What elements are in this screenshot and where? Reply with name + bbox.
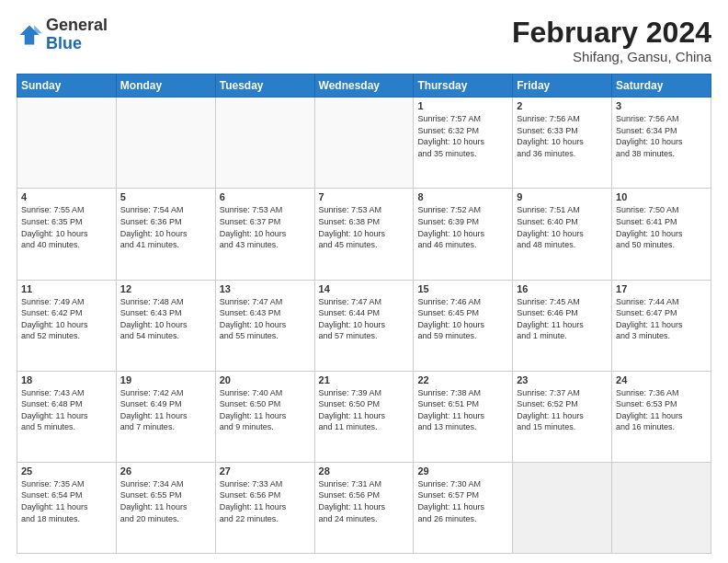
calendar-cell (215, 98, 314, 189)
day-number: 10 (616, 191, 707, 202)
calendar-cell: 15Sunrise: 7:46 AM Sunset: 6:45 PM Dayli… (414, 280, 513, 371)
weekday-header-monday: Monday (116, 75, 215, 98)
day-info: Sunrise: 7:57 AM Sunset: 6:32 PM Dayligh… (417, 113, 508, 159)
day-info: Sunrise: 7:49 AM Sunset: 6:42 PM Dayligh… (21, 296, 112, 342)
calendar-cell: 14Sunrise: 7:47 AM Sunset: 6:44 PM Dayli… (314, 280, 414, 371)
calendar-cell: 25Sunrise: 7:35 AM Sunset: 6:54 PM Dayli… (17, 462, 117, 553)
week-row-1: 1Sunrise: 7:57 AM Sunset: 6:32 PM Daylig… (17, 98, 711, 189)
day-number: 20 (220, 374, 311, 385)
calendar-cell: 20Sunrise: 7:40 AM Sunset: 6:50 PM Dayli… (215, 371, 314, 462)
day-info: Sunrise: 7:33 AM Sunset: 6:56 PM Dayligh… (220, 478, 311, 524)
day-number: 21 (319, 374, 410, 385)
day-number: 4 (21, 191, 112, 202)
day-info: Sunrise: 7:55 AM Sunset: 6:35 PM Dayligh… (21, 204, 112, 250)
calendar-cell: 5Sunrise: 7:54 AM Sunset: 6:36 PM Daylig… (116, 189, 215, 280)
calendar-cell: 3Sunrise: 7:56 AM Sunset: 6:34 PM Daylig… (612, 98, 711, 189)
week-row-5: 25Sunrise: 7:35 AM Sunset: 6:54 PM Dayli… (17, 462, 711, 553)
day-info: Sunrise: 7:51 AM Sunset: 6:40 PM Dayligh… (517, 204, 608, 250)
calendar-table: SundayMondayTuesdayWednesdayThursdayFrid… (17, 74, 711, 554)
day-info: Sunrise: 7:34 AM Sunset: 6:55 PM Dayligh… (120, 478, 211, 524)
calendar-cell: 12Sunrise: 7:48 AM Sunset: 6:43 PM Dayli… (116, 280, 215, 371)
weekday-header-row: SundayMondayTuesdayWednesdayThursdayFrid… (17, 75, 711, 98)
title-block: February 2024 Shifang, Gansu, China (512, 17, 711, 64)
day-info: Sunrise: 7:43 AM Sunset: 6:48 PM Dayligh… (21, 387, 112, 433)
day-info: Sunrise: 7:53 AM Sunset: 6:37 PM Dayligh… (220, 204, 311, 250)
day-number: 6 (220, 191, 311, 202)
calendar-cell: 9Sunrise: 7:51 AM Sunset: 6:40 PM Daylig… (513, 189, 612, 280)
day-number: 23 (517, 374, 608, 385)
day-info: Sunrise: 7:50 AM Sunset: 6:41 PM Dayligh… (616, 204, 707, 250)
day-number: 17 (616, 283, 707, 294)
day-number: 11 (21, 283, 112, 294)
day-number: 29 (417, 465, 508, 477)
day-number: 2 (517, 100, 608, 111)
calendar-cell: 23Sunrise: 7:37 AM Sunset: 6:52 PM Dayli… (513, 371, 612, 462)
day-info: Sunrise: 7:39 AM Sunset: 6:50 PM Dayligh… (319, 387, 410, 433)
day-number: 27 (220, 465, 311, 477)
day-info: Sunrise: 7:46 AM Sunset: 6:45 PM Dayligh… (417, 296, 508, 342)
week-row-4: 18Sunrise: 7:43 AM Sunset: 6:48 PM Dayli… (17, 371, 711, 462)
day-info: Sunrise: 7:36 AM Sunset: 6:53 PM Dayligh… (616, 387, 707, 433)
day-info: Sunrise: 7:56 AM Sunset: 6:33 PM Dayligh… (517, 113, 608, 159)
day-info: Sunrise: 7:47 AM Sunset: 6:44 PM Dayligh… (319, 296, 410, 342)
calendar-cell: 24Sunrise: 7:36 AM Sunset: 6:53 PM Dayli… (612, 371, 711, 462)
day-info: Sunrise: 7:44 AM Sunset: 6:47 PM Dayligh… (616, 296, 707, 342)
header: General Blue February 2024 Shifang, Gans… (17, 17, 711, 64)
weekday-header-friday: Friday (513, 75, 612, 98)
day-info: Sunrise: 7:52 AM Sunset: 6:39 PM Dayligh… (417, 204, 508, 250)
day-number: 13 (220, 283, 311, 294)
weekday-header-sunday: Sunday (17, 75, 117, 98)
weekday-header-tuesday: Tuesday (215, 75, 314, 98)
day-number: 19 (120, 374, 211, 385)
day-info: Sunrise: 7:42 AM Sunset: 6:49 PM Dayligh… (120, 387, 211, 433)
day-info: Sunrise: 7:45 AM Sunset: 6:46 PM Dayligh… (517, 296, 608, 342)
calendar-cell (314, 98, 414, 189)
calendar-cell: 27Sunrise: 7:33 AM Sunset: 6:56 PM Dayli… (215, 462, 314, 553)
day-info: Sunrise: 7:53 AM Sunset: 6:38 PM Dayligh… (319, 204, 410, 250)
calendar-cell: 26Sunrise: 7:34 AM Sunset: 6:55 PM Dayli… (116, 462, 215, 553)
calendar-cell: 10Sunrise: 7:50 AM Sunset: 6:41 PM Dayli… (612, 189, 711, 280)
day-info: Sunrise: 7:40 AM Sunset: 6:50 PM Dayligh… (220, 387, 311, 433)
calendar-cell: 6Sunrise: 7:53 AM Sunset: 6:37 PM Daylig… (215, 189, 314, 280)
day-number: 22 (417, 374, 508, 385)
week-row-2: 4Sunrise: 7:55 AM Sunset: 6:35 PM Daylig… (17, 189, 711, 280)
logo-icon (17, 22, 42, 48)
calendar-cell: 22Sunrise: 7:38 AM Sunset: 6:51 PM Dayli… (414, 371, 513, 462)
calendar-cell: 16Sunrise: 7:45 AM Sunset: 6:46 PM Dayli… (513, 280, 612, 371)
day-number: 15 (417, 283, 508, 294)
day-number: 9 (517, 191, 608, 202)
day-info: Sunrise: 7:56 AM Sunset: 6:34 PM Dayligh… (616, 113, 707, 159)
month-year: February 2024 (512, 17, 711, 49)
day-info: Sunrise: 7:48 AM Sunset: 6:43 PM Dayligh… (120, 296, 211, 342)
day-info: Sunrise: 7:30 AM Sunset: 6:57 PM Dayligh… (417, 478, 508, 524)
weekday-header-wednesday: Wednesday (314, 75, 414, 98)
calendar-cell: 11Sunrise: 7:49 AM Sunset: 6:42 PM Dayli… (17, 280, 117, 371)
logo: General Blue (17, 17, 108, 53)
day-number: 14 (319, 283, 410, 294)
day-number: 12 (120, 283, 211, 294)
calendar-cell: 29Sunrise: 7:30 AM Sunset: 6:57 PM Dayli… (414, 462, 513, 553)
calendar-cell: 7Sunrise: 7:53 AM Sunset: 6:38 PM Daylig… (314, 189, 414, 280)
calendar-cell (612, 462, 711, 553)
day-number: 5 (120, 191, 211, 202)
week-row-3: 11Sunrise: 7:49 AM Sunset: 6:42 PM Dayli… (17, 280, 711, 371)
day-info: Sunrise: 7:47 AM Sunset: 6:43 PM Dayligh… (220, 296, 311, 342)
weekday-header-thursday: Thursday (414, 75, 513, 98)
day-number: 24 (616, 374, 707, 385)
calendar-cell: 17Sunrise: 7:44 AM Sunset: 6:47 PM Dayli… (612, 280, 711, 371)
day-number: 16 (517, 283, 608, 294)
calendar-cell: 28Sunrise: 7:31 AM Sunset: 6:56 PM Dayli… (314, 462, 414, 553)
calendar-cell: 21Sunrise: 7:39 AM Sunset: 6:50 PM Dayli… (314, 371, 414, 462)
svg-marker-1 (34, 25, 42, 33)
calendar-cell: 1Sunrise: 7:57 AM Sunset: 6:32 PM Daylig… (414, 98, 513, 189)
day-info: Sunrise: 7:31 AM Sunset: 6:56 PM Dayligh… (319, 478, 410, 524)
day-info: Sunrise: 7:37 AM Sunset: 6:52 PM Dayligh… (517, 387, 608, 433)
day-number: 26 (120, 465, 211, 477)
calendar-cell: 8Sunrise: 7:52 AM Sunset: 6:39 PM Daylig… (414, 189, 513, 280)
location: Shifang, Gansu, China (512, 49, 711, 64)
calendar-cell (513, 462, 612, 553)
day-number: 8 (417, 191, 508, 202)
calendar-cell: 13Sunrise: 7:47 AM Sunset: 6:43 PM Dayli… (215, 280, 314, 371)
day-info: Sunrise: 7:35 AM Sunset: 6:54 PM Dayligh… (21, 478, 112, 524)
day-number: 3 (616, 100, 707, 111)
